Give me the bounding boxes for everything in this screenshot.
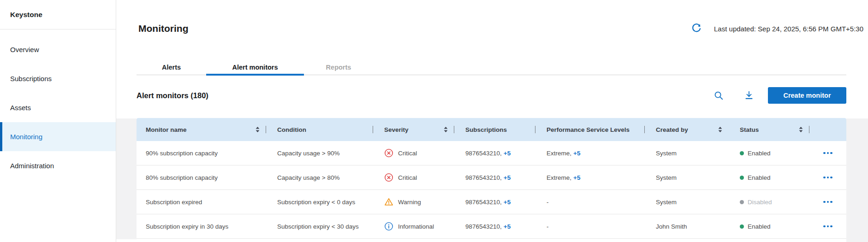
tab-alert-monitors[interactable]: Alert monitors bbox=[206, 60, 304, 75]
severity-cell: Critical bbox=[373, 141, 454, 165]
column-label: Subscriptions bbox=[465, 126, 507, 133]
sidebar: Keystone Overview Subscriptions Assets M… bbox=[0, 0, 116, 242]
severity-cell: Critical bbox=[373, 165, 454, 189]
severity-label: Warning bbox=[398, 199, 421, 206]
sidebar-nav: Overview Subscriptions Assets Monitoring… bbox=[0, 35, 116, 180]
sidebar-item-administration[interactable]: Administration bbox=[0, 151, 116, 180]
condition-cell: Capacity usage > 80% bbox=[266, 165, 373, 189]
performance-service-levels-cell: - bbox=[535, 214, 645, 238]
column-header-severity[interactable]: Severity bbox=[373, 118, 454, 141]
sidebar-item-assets[interactable]: Assets bbox=[0, 93, 116, 122]
status-label: Enabled bbox=[748, 174, 771, 181]
sort-icon[interactable] bbox=[256, 127, 260, 132]
psl-value: - bbox=[547, 223, 549, 230]
table-row: Subscription expired Subscription expiry… bbox=[137, 190, 846, 214]
tab-reports[interactable]: Reports bbox=[304, 60, 373, 75]
monitor-name-cell: Subscription expired bbox=[137, 190, 266, 214]
tab-alerts[interactable]: Alerts bbox=[137, 60, 206, 75]
row-actions-button[interactable] bbox=[820, 198, 835, 206]
column-header-monitor-name[interactable]: Monitor name bbox=[137, 118, 266, 141]
subscriptions-value: 9876543210, bbox=[465, 223, 502, 230]
subscriptions-more-link[interactable]: +5 bbox=[504, 199, 511, 206]
column-label: Performance Service Levels bbox=[547, 126, 630, 133]
create-monitor-button[interactable]: Create monitor bbox=[768, 87, 846, 104]
sort-icon[interactable] bbox=[799, 127, 803, 132]
status-enabled-dot bbox=[740, 151, 744, 155]
actions-cell bbox=[809, 214, 846, 238]
status-cell: Disabled bbox=[729, 190, 809, 214]
created-by-cell: System bbox=[645, 165, 729, 189]
tab-bar: Alerts Alert monitors Reports bbox=[137, 60, 846, 75]
column-label: Severity bbox=[384, 126, 409, 133]
toolbar-actions: Create monitor bbox=[711, 87, 846, 104]
table-row: Subscription expiry in 30 days Subscript… bbox=[137, 214, 846, 239]
row-actions-button[interactable] bbox=[820, 223, 835, 230]
alert-monitors-table: Monitor name Condition Severity bbox=[137, 118, 846, 239]
table-toolbar: Alert monitors (180) bbox=[137, 82, 846, 109]
psl-value: Extreme, bbox=[547, 150, 571, 157]
psl-more-link[interactable]: +5 bbox=[573, 150, 580, 157]
sidebar-item-monitoring[interactable]: Monitoring bbox=[0, 122, 116, 151]
column-header-created-by[interactable]: Created by bbox=[645, 118, 729, 141]
subscriptions-cell: 9876543210, +5 bbox=[454, 190, 535, 214]
last-updated-area: Last updated: Sep 24, 2025, 6:56 PM GMT+… bbox=[689, 21, 863, 36]
sidebar-item-subscriptions[interactable]: Subscriptions bbox=[0, 64, 116, 93]
row-actions-button[interactable] bbox=[820, 174, 835, 182]
severity-cell: Informational bbox=[373, 214, 454, 238]
subscriptions-more-link[interactable]: +5 bbox=[504, 174, 511, 181]
performance-service-levels-cell: - bbox=[535, 190, 645, 214]
status-disabled-dot bbox=[740, 200, 744, 204]
monitor-name-cell: 80% subscription capacity bbox=[137, 165, 266, 189]
column-header-status[interactable]: Status bbox=[729, 118, 809, 141]
column-label: Condition bbox=[277, 126, 306, 133]
psl-more-link[interactable]: +5 bbox=[573, 174, 580, 181]
table-row: 80% subscription capacity Capacity usage… bbox=[137, 165, 846, 190]
subscriptions-more-link[interactable]: +5 bbox=[504, 150, 511, 157]
column-label: Monitor name bbox=[146, 126, 187, 133]
severity-cell: Warning bbox=[373, 190, 454, 214]
table-header-row: Monitor name Condition Severity bbox=[137, 118, 846, 141]
status-label: Enabled bbox=[748, 223, 771, 230]
refresh-button[interactable] bbox=[689, 21, 704, 36]
column-header-performance-service-levels: Performance Service Levels bbox=[535, 118, 645, 141]
subscriptions-cell: 9876543210, +5 bbox=[454, 214, 535, 238]
psl-value: Extreme, bbox=[547, 174, 571, 181]
status-cell: Enabled bbox=[729, 214, 809, 238]
subscriptions-cell: 9876543210, +5 bbox=[454, 165, 535, 189]
page-header: Monitoring Last updated: Sep 24, 2025, 6… bbox=[138, 14, 863, 43]
condition-cell: Subscription expiry < 30 days bbox=[266, 214, 373, 238]
info-icon bbox=[384, 222, 393, 231]
status-cell: Enabled bbox=[729, 141, 809, 165]
left-gutter bbox=[116, 118, 137, 239]
sort-icon[interactable] bbox=[718, 127, 722, 132]
main-content: Monitoring Last updated: Sep 24, 2025, 6… bbox=[116, 0, 868, 242]
subscriptions-more-link[interactable]: +5 bbox=[504, 223, 511, 230]
column-header-actions bbox=[809, 118, 846, 141]
refresh-icon bbox=[691, 23, 702, 34]
severity-label: Critical bbox=[398, 150, 417, 157]
sidebar-divider bbox=[0, 29, 116, 30]
download-icon bbox=[744, 90, 754, 100]
sort-icon[interactable] bbox=[444, 127, 448, 132]
psl-value: - bbox=[547, 199, 549, 206]
page-title: Monitoring bbox=[138, 23, 188, 34]
created-by-cell: System bbox=[645, 141, 729, 165]
column-label: Status bbox=[740, 126, 759, 133]
sidebar-item-overview[interactable]: Overview bbox=[0, 35, 116, 64]
search-button[interactable] bbox=[711, 88, 726, 103]
column-header-subscriptions: Subscriptions bbox=[454, 118, 535, 141]
subscriptions-value: 9876543210, bbox=[465, 199, 502, 206]
actions-cell bbox=[809, 141, 846, 165]
column-header-condition: Condition bbox=[266, 118, 373, 141]
download-button[interactable] bbox=[741, 88, 757, 103]
app-window: Keystone Overview Subscriptions Assets M… bbox=[0, 0, 868, 242]
severity-label: Informational bbox=[398, 223, 434, 230]
last-updated-text: Last updated: Sep 24, 2025, 6:56 PM GMT+… bbox=[714, 25, 863, 33]
subscriptions-value: 9876543210, bbox=[465, 150, 502, 157]
row-actions-button[interactable] bbox=[820, 149, 835, 157]
monitor-name-cell: Subscription expiry in 30 days bbox=[137, 214, 266, 238]
brand-title: Keystone bbox=[0, 0, 116, 29]
actions-cell bbox=[809, 190, 846, 214]
condition-cell: Capacity usage > 90% bbox=[266, 141, 373, 165]
performance-service-levels-cell: Extreme, +5 bbox=[535, 141, 645, 165]
